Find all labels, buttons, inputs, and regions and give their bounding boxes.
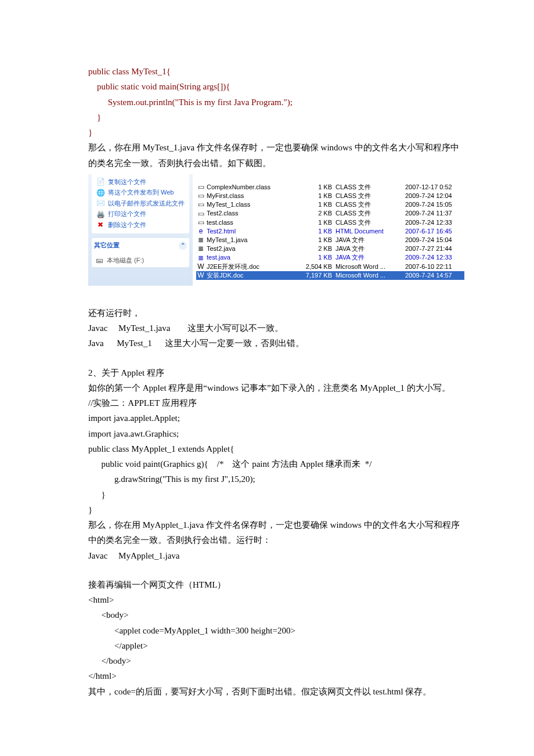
file-date: 2009-7-24 14:57	[405, 270, 464, 281]
code-line: import java.awt.Graphics;	[88, 426, 464, 441]
code-line: System.out.println("This is my first Jav…	[88, 95, 464, 110]
file-name: 安装JDK.doc	[205, 270, 297, 281]
task-label: 复制这个文件	[108, 177, 146, 187]
code-line: }	[88, 487, 464, 502]
document-page: public class MyTest_1{ public static voi…	[0, 0, 534, 746]
other-places-box: 其它位置 ⌃ 🖴 本地磁盘 (F:)	[92, 238, 189, 267]
code-line: </html>	[88, 668, 464, 683]
paragraph: 还有运行时，	[88, 305, 464, 321]
code-line: public void paint(Graphics g){ /* 这个 pai…	[88, 456, 464, 471]
file-tasks-box: 📄复制这个文件🌐将这个文件发布到 Web✉️以电子邮件形式发送此文件🖨️打印这个…	[92, 174, 189, 234]
task-icon: ✖	[96, 221, 104, 229]
paragraph: 2、关于 Applet 程序	[88, 365, 464, 380]
code-line: import java.applet.Applet;	[88, 411, 464, 426]
file-size: 7,197 KB	[297, 270, 335, 281]
explorer-screenshot: 📄复制这个文件🌐将这个文件发布到 Web✉️以电子邮件形式发送此文件🖨️打印这个…	[88, 174, 464, 286]
code-block-3: <html> <body> <applet code=MyApplet_1 wi…	[88, 592, 464, 684]
task-item[interactable]: 🌐将这个文件发布到 Web	[95, 187, 186, 198]
task-label: 删除这个文件	[108, 220, 146, 230]
code-line: g.drawString("This is my first J",15,20)…	[88, 471, 464, 487]
code-line: </applet>	[88, 638, 464, 653]
code-line: }	[88, 125, 464, 140]
code-block-2: //实验二：APPLET 应用程序 import java.applet.App…	[88, 395, 464, 517]
drive-icon: 🖴	[95, 256, 103, 264]
task-item[interactable]: 🖨️打印这个文件	[95, 208, 186, 219]
other-places-item: 本地磁盘 (F:)	[107, 255, 144, 265]
tasks-sidebar: 📄复制这个文件🌐将这个文件发布到 Web✉️以电子邮件形式发送此文件🖨️打印这个…	[88, 174, 193, 286]
task-icon: 📄	[96, 178, 104, 186]
paragraph: 其中，code=的后面，要写好大小写，否则下面时出错。假定该网页文件以 test…	[88, 684, 464, 699]
code-line: </body>	[88, 653, 464, 668]
paragraph: 那么，你在用 MyTest_1.java 作文件名保存时，一定也要确保 wind…	[88, 140, 464, 171]
task-icon: 🖨️	[96, 210, 104, 218]
file-row[interactable]: W安装JDK.doc7,197 KBMicrosoft Word ...2009…	[196, 271, 464, 280]
file-icon: W	[196, 269, 205, 282]
task-item[interactable]: ✖删除这个文件	[95, 219, 186, 231]
paragraph: 那么，你在用 MyApplet_1.java 作文件名保存时，一定也要确保 wi…	[88, 517, 464, 548]
task-label: 以电子邮件形式发送此文件	[108, 199, 185, 208]
other-places-title: 其它位置 ⌃	[92, 238, 189, 254]
code-line: public static void main(String args[]){	[88, 79, 464, 94]
file-list: ▭ComplexNumber.class1 KBCLASS 文件2007-12-…	[193, 174, 464, 286]
code-line: public class MyTest_1{	[88, 64, 464, 79]
chevron-up-icon: ⌃	[179, 242, 187, 250]
paragraph: Javac MyApplet_1.java	[88, 548, 464, 563]
task-item[interactable]: 📄复制这个文件	[95, 177, 186, 188]
task-icon: 🌐	[96, 189, 104, 197]
file-type: Microsoft Word ...	[335, 270, 405, 281]
code-line: public class MyApplet_1 extends Applet{	[88, 441, 464, 456]
paragraph: 如你的第一个 Applet 程序是用“windows 记事本”如下录入的，注意类…	[88, 380, 464, 395]
code-line: }	[88, 502, 464, 517]
code-block-1: public class MyTest_1{ public static voi…	[88, 64, 464, 140]
paragraph: Java MyTest_1 这里大小写一定要一致，否则出错。	[88, 336, 464, 351]
code-line: }	[88, 110, 464, 125]
paragraph: 接着再编辑一个网页文件（HTML）	[88, 577, 464, 592]
code-line: //实验二：APPLET 应用程序	[88, 395, 464, 411]
task-label: 将这个文件发布到 Web	[108, 188, 174, 197]
code-line: <applet code=MyApplet_1 width=300 height…	[88, 623, 464, 638]
task-label: 打印这个文件	[108, 209, 146, 219]
other-places-label: 其它位置	[94, 240, 120, 251]
code-line: <body>	[88, 607, 464, 622]
paragraph: Javac MyTest_1.java 这里大小写可以不一致。	[88, 321, 464, 336]
code-line: <html>	[88, 592, 464, 607]
task-icon: ✉️	[96, 199, 104, 207]
task-item[interactable]: ✉️以电子邮件形式发送此文件	[95, 198, 186, 209]
